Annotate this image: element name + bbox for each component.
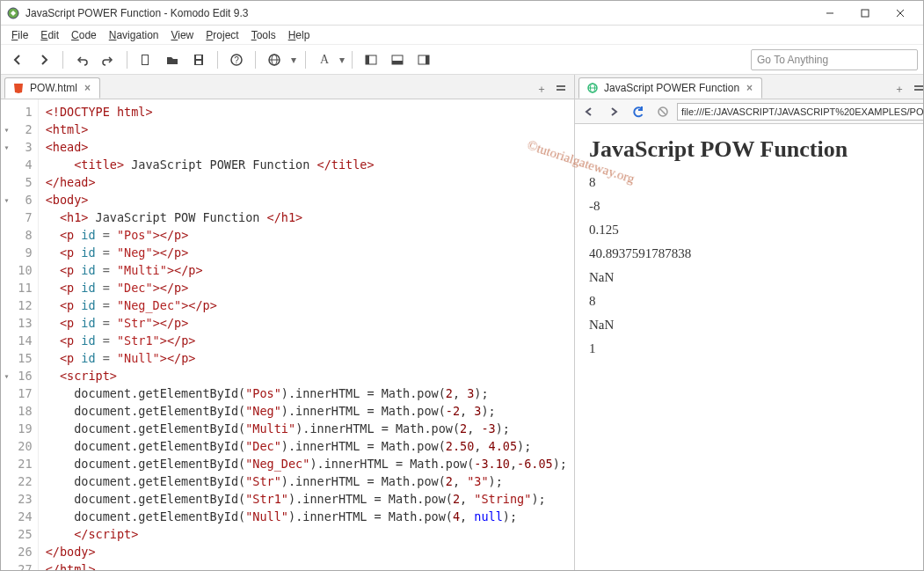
code-line[interactable]: <p id = "Null"></p>: [46, 349, 567, 367]
browser-url-input[interactable]: file:///E:/JAVASCRIPT/JAVASCRIPT%20EXAMP…: [677, 103, 924, 121]
fold-toggle[interactable]: ▾: [1, 138, 12, 156]
tab-close-button[interactable]: ×: [83, 82, 92, 94]
menu-tools[interactable]: Tools: [246, 27, 281, 43]
code-line[interactable]: <script>: [46, 367, 567, 384]
fold-toggle[interactable]: ▾: [1, 367, 12, 384]
new-tab-button[interactable]: ＋: [890, 79, 909, 99]
svg-rect-6: [142, 55, 148, 64]
line-number: 16: [12, 367, 33, 384]
browser-reload-button[interactable]: [628, 102, 649, 121]
code-body[interactable]: <!DOCTYPE html><html><head> <title> Java…: [39, 99, 574, 570]
new-tab-button[interactable]: ＋: [532, 79, 551, 99]
menu-file[interactable]: File: [6, 27, 33, 43]
panel-right-button[interactable]: [412, 48, 435, 71]
menu-view[interactable]: View: [165, 27, 199, 43]
html-file-icon: [12, 82, 25, 94]
code-line[interactable]: <p id = "Pos"></p>: [46, 226, 567, 244]
fold-toggle: [1, 226, 12, 244]
svg-rect-23: [557, 89, 565, 91]
save-button[interactable]: [187, 48, 210, 71]
fold-toggle: [1, 560, 12, 570]
window-title: JavaScript POWER Function - Komodo Edit …: [25, 7, 812, 19]
goto-anything-input[interactable]: Go To Anything: [751, 49, 918, 70]
tab-list-button[interactable]: [909, 79, 925, 99]
browser-preview-button[interactable]: [263, 48, 286, 71]
code-line[interactable]: <h1> JavaScript POW Function </h1>: [46, 209, 567, 226]
undo-button[interactable]: [70, 48, 93, 71]
menu-edit[interactable]: Edit: [35, 27, 64, 43]
code-line[interactable]: document.getElementById("Neg_Dec").inner…: [46, 455, 567, 472]
menu-navigation[interactable]: Navigation: [104, 27, 164, 43]
menu-help[interactable]: Help: [283, 27, 316, 43]
chevron-down-icon[interactable]: ▾: [339, 54, 345, 66]
chevron-down-icon[interactable]: ▾: [289, 54, 298, 66]
fold-toggle: [1, 349, 12, 367]
close-button[interactable]: [883, 2, 918, 25]
code-editor[interactable]: ▾▾▾▾ 12345678910111213141516171819202122…: [1, 99, 574, 570]
code-line[interactable]: <head>: [46, 138, 567, 156]
app-icon: [6, 6, 20, 20]
tab-list-button[interactable]: [551, 79, 571, 99]
code-line[interactable]: </body>: [46, 543, 567, 560]
fold-toggle: [1, 455, 12, 472]
code-line[interactable]: document.getElementById("Neg").innerHTML…: [46, 402, 567, 420]
code-line[interactable]: document.getElementById("Multi").innerHT…: [46, 420, 567, 437]
code-line[interactable]: document.getElementById("Pos").innerHTML…: [46, 384, 567, 402]
fold-toggle: [1, 543, 12, 560]
redo-button[interactable]: [97, 48, 120, 71]
line-number: 8: [12, 226, 33, 244]
fold-toggle: [1, 525, 12, 543]
code-line[interactable]: <p id = "Neg_Dec"></p>: [46, 296, 567, 314]
window-titlebar: JavaScript POWER Function - Komodo Edit …: [1, 1, 923, 26]
browser-stop-button[interactable]: [652, 102, 673, 121]
menu-code[interactable]: Code: [66, 27, 102, 43]
tab-browser-preview[interactable]: JavaScript POWER Function ×: [578, 77, 762, 99]
tab-pow-html[interactable]: POW.html ×: [4, 77, 100, 99]
tab-close-button[interactable]: ×: [745, 82, 754, 94]
help-button[interactable]: ?: [225, 48, 248, 71]
svg-rect-20: [426, 55, 429, 64]
code-line[interactable]: <p id = "Neg"></p>: [46, 244, 567, 261]
forward-button[interactable]: [33, 48, 55, 71]
code-line[interactable]: </script>: [46, 525, 567, 543]
line-number: 5: [12, 173, 33, 191]
code-line[interactable]: </html>: [46, 560, 567, 570]
code-line[interactable]: document.getElementById("Str").innerHTML…: [46, 472, 567, 490]
code-line[interactable]: document.getElementById("Dec").innerHTML…: [46, 437, 567, 455]
code-line[interactable]: <p id = "Dec"></p>: [46, 279, 567, 296]
line-number: 22: [12, 472, 33, 490]
code-line[interactable]: document.getElementById("Null").innerHTM…: [46, 508, 567, 525]
fold-toggle: [1, 279, 12, 296]
back-button[interactable]: [6, 48, 29, 71]
separator: [217, 51, 218, 69]
svg-marker-21: [14, 84, 23, 93]
separator: [62, 51, 63, 69]
browser-back-button[interactable]: [578, 102, 600, 121]
line-number: 23: [12, 490, 33, 508]
code-line[interactable]: <p id = "Str"></p>: [46, 314, 567, 332]
code-line[interactable]: document.getElementById("Str1").innerHTM…: [46, 490, 567, 508]
browser-preview-content: JavaScript POW Function 8-80.12540.89375…: [575, 124, 924, 570]
browser-forward-button[interactable]: [603, 102, 624, 121]
code-line[interactable]: <p id = "Multi"></p>: [46, 261, 567, 279]
code-line[interactable]: <html>: [46, 121, 567, 138]
new-file-button[interactable]: [135, 48, 157, 71]
panel-bottom-button[interactable]: [386, 48, 409, 71]
open-file-button[interactable]: [161, 48, 184, 71]
menu-project[interactable]: Project: [200, 27, 244, 43]
code-line[interactable]: </head>: [46, 173, 567, 191]
minimize-button[interactable]: [812, 2, 848, 25]
editor-pane: POW.html × ＋ ▾▾▾▾ 1234567891011121314151…: [1, 75, 575, 570]
font-button[interactable]: A: [313, 48, 336, 71]
code-line[interactable]: <body>: [46, 191, 567, 209]
code-line[interactable]: <title> JavaScript POWER Function </titl…: [46, 156, 567, 173]
line-number: 9: [12, 244, 33, 261]
fold-toggle[interactable]: ▾: [1, 121, 12, 138]
code-line[interactable]: <!DOCTYPE html>: [46, 103, 567, 121]
code-line[interactable]: <p id = "Str1"></p>: [46, 332, 567, 349]
fold-toggle[interactable]: ▾: [1, 191, 12, 209]
panel-left-button[interactable]: [360, 48, 382, 71]
maximize-button[interactable]: [848, 2, 883, 25]
line-number: 1: [12, 103, 33, 121]
fold-gutter[interactable]: ▾▾▾▾: [1, 99, 12, 570]
